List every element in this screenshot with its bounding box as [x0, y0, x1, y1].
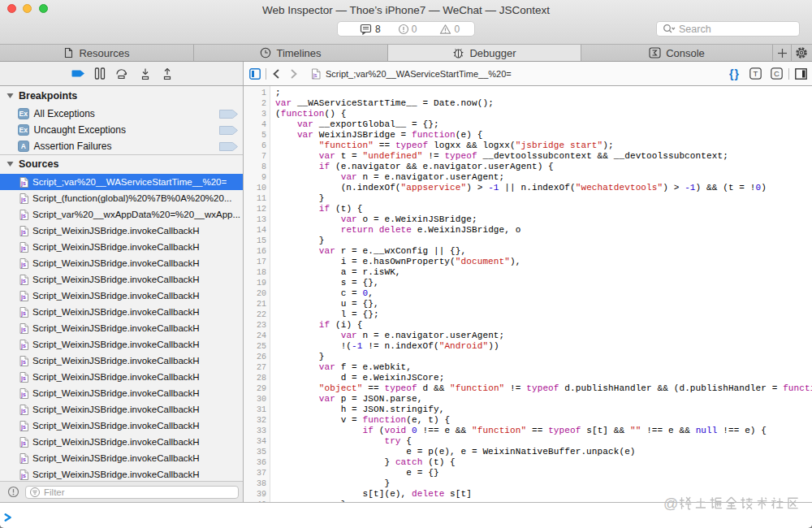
svg-text:js: js [20, 359, 26, 366]
svg-text:js: js [20, 424, 26, 431]
svg-text:C: C [774, 69, 780, 78]
svg-text:js: js [20, 310, 26, 317]
svg-text:T: T [754, 69, 758, 78]
svg-text:js: js [20, 473, 26, 479]
svg-text:js: js [20, 245, 26, 252]
svg-text:js: js [20, 294, 26, 301]
svg-text:js: js [20, 375, 26, 382]
svg-text:js: js [20, 457, 26, 463]
svg-text:js: js [20, 180, 26, 187]
svg-text:js: js [313, 72, 318, 79]
svg-text:js: js [20, 278, 26, 284]
svg-text:js: js [20, 213, 26, 219]
svg-text:js: js [20, 327, 26, 333]
svg-text:js: js [20, 197, 26, 203]
svg-text:js: js [20, 262, 26, 268]
svg-text:js: js [20, 229, 26, 236]
svg-text:js: js [20, 343, 26, 349]
svg-text:js: js [20, 392, 26, 398]
svg-text:js: js [20, 440, 26, 447]
svg-text:js: js [20, 408, 26, 414]
